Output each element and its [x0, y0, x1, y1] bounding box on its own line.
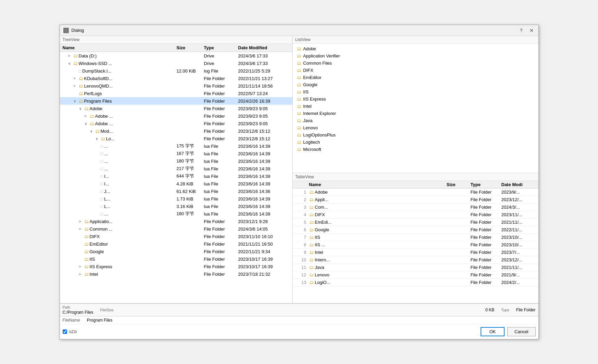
row-name: Adobe ...: [95, 121, 113, 126]
row-type: File Folder: [204, 242, 238, 247]
table-row[interactable]: 7 🗂 IIS File Folder 2023/10/...: [293, 234, 538, 241]
list-item[interactable]: 🗂LogiOptionsPlus: [293, 131, 538, 139]
tree-row[interactable]: □ ... 217 字节 lua File 2023/6/16 14:39: [60, 165, 292, 172]
tree-row[interactable]: ∨ 🗂 Windows-SSD ... Drive 2024/3/6 17:33: [60, 60, 292, 67]
tree-row[interactable]: □ ... 175 字节 lua File 2023/6/16 14:39: [60, 142, 292, 150]
file-icon: □: [101, 196, 103, 202]
expand-icon[interactable]: >: [68, 54, 72, 58]
table-name-cell: 🗂 Appli...: [309, 197, 447, 202]
close-button[interactable]: ✕: [528, 28, 535, 33]
expand-icon[interactable]: >: [79, 220, 83, 223]
table-row[interactable]: 12 🗂 Lenovo File Folder 2021/9/...: [293, 271, 538, 279]
tree-row[interactable]: ∨ 🗂 Adobe File Folder 2023/9/23 9:05: [60, 105, 292, 112]
help-button[interactable]: ?: [519, 28, 524, 33]
tree-row[interactable]: 🗂 EmEditor File Folder 2021/11/21 16:50: [60, 240, 292, 248]
tree-cell-name: □ ...: [63, 151, 177, 156]
table-content[interactable]: 1 🗂 Adobe File Folder 2023/9/... 2 🗂 App…: [293, 188, 538, 303]
tree-row[interactable]: □ I... 644 字节 lua File 2023/6/16 14:39: [60, 172, 292, 180]
expand-icon[interactable]: >: [79, 272, 83, 276]
expand-icon[interactable]: ∨: [96, 137, 100, 141]
tree-row[interactable]: 🗂 PerfLogs File Folder 2022/5/7 13:24: [60, 90, 292, 97]
tree-row[interactable]: > 🗂 KDubaSoftD... File Folder 2022/11/21…: [60, 75, 292, 82]
table-row[interactable]: 2 🗂 Appli... File Folder 2023/12/...: [293, 196, 538, 204]
list-item[interactable]: 🗂Microsoft: [293, 146, 538, 153]
row-size: 12.00 KiB: [177, 68, 204, 74]
tree-row[interactable]: □ L... 1.73 KiB lua File 2023/6/16 14:39: [60, 195, 292, 203]
tree-row[interactable]: ∨ 🗂 Program Files File Folder 2024/2/26 …: [60, 97, 292, 105]
expand-icon[interactable]: ∨: [74, 99, 78, 103]
table-row[interactable]: 8 🗂 IIS ... File Folder 2023/10/...: [293, 241, 538, 249]
table-row[interactable]: 3 🗂 Com... File Folder 2024/3/...: [293, 204, 538, 211]
table-row[interactable]: 1 🗂 Adobe File Folder 2023/9/...: [293, 188, 538, 196]
expand-icon[interactable]: ∨: [85, 122, 89, 126]
list-item[interactable]: 🗂Common Files: [293, 60, 538, 67]
listview-content[interactable]: 🗂Adobe🗂Application Verifier🗂Common Files…: [293, 44, 538, 173]
tree-content[interactable]: > 🗂 Data (D:) Drive 2024/3/6 17:33 ∨ 🗂 W…: [60, 52, 292, 303]
tree-row[interactable]: > 🗂 IIS Express File Folder 2023/10/17 1…: [60, 263, 292, 270]
tree-row[interactable]: ∨ 🗂 Lo... File Folder 2023/12/8 15:12: [60, 135, 292, 142]
expand-icon[interactable]: >: [79, 265, 83, 269]
tree-row[interactable]: > 🗂 Applicatio... File Folder 2023/12/1 …: [60, 218, 292, 225]
expand-icon[interactable]: ∨: [90, 129, 94, 133]
expand-icon[interactable]: ∨: [68, 62, 72, 65]
tree-row[interactable]: > 🗂 Common ... File Folder 2024/3/6 14:0…: [60, 225, 292, 233]
cancel-button[interactable]: Cancel: [507, 327, 535, 336]
table-row[interactable]: 4 🗂 DIFX File Folder 2023/11/...: [293, 211, 538, 219]
tree-row[interactable]: □ ... 167 字节 lua File 2023/6/16 14:39: [60, 150, 292, 157]
list-item[interactable]: 🗂IIS: [293, 88, 538, 95]
table-row[interactable]: 11 🗂 Java File Folder 2021/11/...: [293, 264, 538, 271]
table-row-name: Adobe: [315, 190, 328, 195]
row-size: 217 字节: [177, 166, 204, 172]
tree-row[interactable]: □ DumpStack.l... 12.00 KiB log File 2022…: [60, 67, 292, 75]
folder-icon: 🗂: [79, 83, 83, 89]
table-row[interactable]: 13 🗂 LogiO... File Folder 2024/2/...: [293, 279, 538, 286]
tree-row[interactable]: > 🗂 Data (D:) Drive 2024/3/6 17:33: [60, 52, 292, 60]
expand-icon[interactable]: >: [74, 77, 78, 80]
filename-label: FileName: [63, 318, 80, 323]
expand-icon[interactable]: >: [85, 114, 89, 118]
row-type: lua File: [204, 151, 238, 156]
tree-row[interactable]: 🗂 DIFX File Folder 2023/11/10 16:10: [60, 233, 292, 240]
list-item[interactable]: 🗂IIS Express: [293, 95, 538, 103]
expand-icon[interactable]: >: [79, 227, 83, 231]
list-item[interactable]: 🗂DIFX: [293, 67, 538, 74]
list-item[interactable]: 🗂Logitech: [293, 139, 538, 146]
filesize-item: FileSize: [100, 308, 114, 312]
list-item[interactable]: 🗂Java: [293, 117, 538, 124]
row-name: IIS: [90, 257, 95, 262]
tree-row[interactable]: □ L... 3.16 KiB lua File 2023/6/16 14:39: [60, 203, 292, 210]
row-date: 2024/2/26 16:39: [238, 99, 290, 104]
row-size: 1.73 KiB: [177, 196, 204, 202]
tree-row[interactable]: □ J... 61.62 KiB lua File 2023/6/16 14:3…: [60, 187, 292, 195]
tree-row[interactable]: ∨ 🗂 Adobe ... File Folder 2023/9/23 9:05: [60, 120, 292, 127]
tree-row[interactable]: 🗂 Google File Folder 2022/11/21 9:34: [60, 248, 292, 255]
table-row-date: 2023/7/...: [501, 250, 536, 255]
tree-row[interactable]: □ ... 180 字节 lua File 2023/6/16 14:39: [60, 157, 292, 165]
ok-button[interactable]: OK: [481, 327, 505, 336]
tree-cell-name: ∨ 🗂 Adobe ...: [63, 121, 177, 126]
expand-icon[interactable]: >: [74, 84, 78, 88]
list-item[interactable]: 🗂Internet Explorer: [293, 110, 538, 117]
list-item[interactable]: 🗂Lenovo: [293, 124, 538, 131]
expand-icon[interactable]: ∨: [79, 107, 83, 110]
tree-row[interactable]: 🗂 IIS File Folder 2023/10/17 16:39: [60, 255, 292, 263]
list-item[interactable]: 🗂Google: [293, 81, 538, 88]
tree-row[interactable]: > 🗂 LenovoQMD... File Folder 2021/11/14 …: [60, 82, 292, 90]
tree-row[interactable]: > 🗂 Intel File Folder 2023/7/18 21:32: [60, 270, 292, 278]
tree-row[interactable]: > 🗂 Adobe ... File Folder 2023/9/23 9:05: [60, 112, 292, 120]
list-item-name: Lenovo: [303, 125, 318, 130]
table-row[interactable]: 10 🗂 Intern... File Folder 2023/12/...: [293, 256, 538, 264]
list-item[interactable]: 🗂Adobe: [293, 45, 538, 52]
list-item[interactable]: 🗂EmEditor: [293, 74, 538, 81]
tree-row[interactable]: ∨ 🗂 Mod... File Folder 2023/12/8 15:12: [60, 127, 292, 135]
tree-row[interactable]: □ I... 4.28 KiB lua File 2023/6/16 14:39: [60, 180, 292, 187]
list-folder-icon: 🗂: [297, 68, 301, 73]
list-item[interactable]: 🗂Application Verifier: [293, 52, 538, 60]
table-row[interactable]: 9 🗂 Intel File Folder 2023/7/...: [293, 249, 538, 256]
tree-row[interactable]: □ ... 180 字节 lua File 2023/6/16 14:39: [60, 210, 292, 218]
list-item[interactable]: 🗂Intel: [293, 103, 538, 110]
table-row[interactable]: 5 🗂 EmEdi... File Folder 2021/11/...: [293, 219, 538, 226]
table-row[interactable]: 6 🗂 Google File Folder 2022/11/...: [293, 226, 538, 234]
table-name-cell: 🗂 Lenovo: [309, 272, 447, 277]
isdir-checkbox[interactable]: [63, 329, 67, 334]
